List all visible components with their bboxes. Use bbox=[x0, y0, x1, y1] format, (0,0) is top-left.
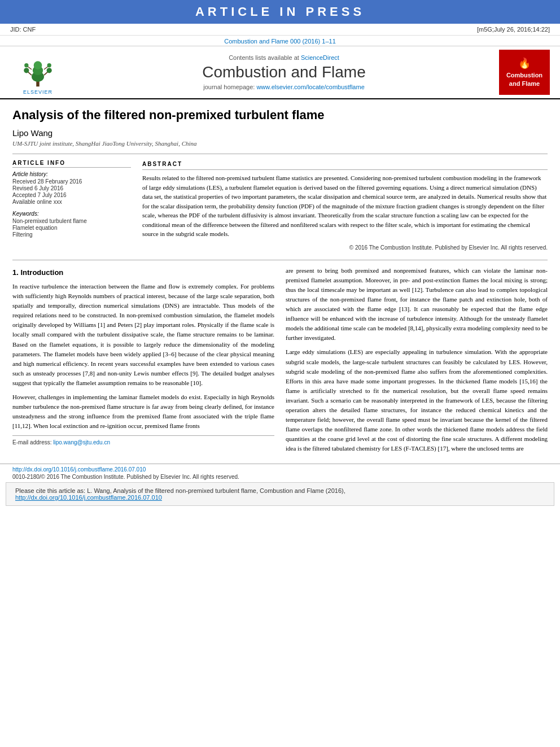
abstract-column: ABSTRACT Results related to the filtered… bbox=[142, 160, 548, 252]
journal-ref-row: Combustion and Flame 000 (2016) 1–11 bbox=[0, 36, 560, 46]
article-in-press-banner: ARTICLE IN PRESS bbox=[0, 0, 560, 24]
jid-row: JID: CNF [m5G;July 26, 2016;14:22] bbox=[0, 24, 560, 36]
article-info-abstract-section: ARTICLE INFO Article history: Received 2… bbox=[12, 154, 548, 252]
doi-link[interactable]: http://dx.doi.org/10.1016/j.combustflame… bbox=[12, 466, 146, 473]
intro-para1: In reactive turbulence the interaction b… bbox=[12, 282, 274, 388]
journal-title-center: Contents lists available at ScienceDirec… bbox=[75, 54, 493, 90]
jid-meta: [m5G;July 26, 2016;14:22] bbox=[477, 26, 550, 33]
elsevier-tree-icon bbox=[21, 57, 55, 88]
intro-para3: are present to bring both premixed and n… bbox=[286, 266, 548, 343]
available-online: Available online xxx bbox=[12, 199, 131, 205]
citation-box: Please cite this article as: L. Wang, An… bbox=[6, 482, 554, 506]
citation-prefix: Please cite this article as: L. Wang, An… bbox=[15, 487, 345, 494]
section1-heading: 1. Introduction bbox=[12, 267, 274, 278]
doi-line: http://dx.doi.org/10.1016/j.combustflame… bbox=[12, 466, 548, 473]
received-date: Received 28 February 2016 bbox=[12, 178, 131, 185]
intro-para2: However, challenges in implementing the … bbox=[12, 392, 274, 431]
keywords-label: Keywords: bbox=[12, 211, 131, 217]
svg-point-10 bbox=[24, 63, 28, 67]
body-two-column: 1. Introduction In reactive turbulence t… bbox=[12, 260, 548, 458]
accepted-date: Accepted 7 July 2016 bbox=[12, 192, 131, 198]
svg-point-6 bbox=[24, 68, 29, 73]
svg-point-7 bbox=[47, 68, 52, 73]
elsevier-wordmark: ELSEVIER bbox=[23, 89, 53, 95]
email-label: E-mail address: bbox=[12, 439, 51, 445]
main-content: Analysis of the filtered non-premixed tu… bbox=[0, 99, 560, 464]
article-info-column: ARTICLE INFO Article history: Received 2… bbox=[12, 160, 131, 252]
sciencedirect-link[interactable]: ScienceDirect bbox=[301, 54, 339, 61]
abstract-label: ABSTRACT bbox=[142, 160, 548, 171]
logo-line2: and Flame bbox=[509, 80, 540, 88]
body-left-col: 1. Introduction In reactive turbulence t… bbox=[12, 266, 274, 458]
keyword-1: Non-premixed turbulent flame bbox=[12, 218, 131, 224]
keywords-section: Keywords: Non-premixed turbulent flame F… bbox=[12, 211, 131, 238]
keyword-3: Filtering bbox=[12, 231, 131, 238]
svg-point-3 bbox=[34, 61, 42, 69]
journal-main-title: Combustion and Flame bbox=[75, 63, 493, 81]
journal-logo-box: 🔥 Combustion and Flame bbox=[499, 50, 550, 95]
jid-label: JID: CNF bbox=[10, 26, 36, 33]
history-label: Article history: bbox=[12, 171, 131, 177]
journal-header: ELSEVIER Contents lists available at Sci… bbox=[0, 46, 560, 99]
elsevier-logo: ELSEVIER bbox=[7, 50, 69, 95]
contents-line: Contents lists available at ScienceDirec… bbox=[75, 54, 493, 61]
affiliation: UM-SJTU joint institute, ShangHai JiaoTo… bbox=[12, 140, 548, 147]
page-footer: http://dx.doi.org/10.1016/j.combustflame… bbox=[0, 464, 560, 482]
author-name: Lipo Wang bbox=[12, 128, 548, 138]
revised-date: Revised 6 July 2016 bbox=[12, 185, 131, 191]
keyword-2: Flamelet equation bbox=[12, 225, 131, 231]
logo-line1: Combustion bbox=[506, 71, 542, 79]
homepage-line: journal homepage: www.elsevier.com/locat… bbox=[75, 84, 493, 90]
journal-homepage-link[interactable]: www.elsevier.com/locate/combustflame bbox=[256, 84, 364, 90]
abstract-text: Results related to the filtered non-prem… bbox=[142, 173, 548, 239]
svg-point-11 bbox=[47, 63, 51, 67]
article-title: Analysis of the filtered non-premixed tu… bbox=[12, 107, 548, 124]
flame-icon: 🔥 bbox=[518, 57, 531, 70]
article-info-label: ARTICLE INFO bbox=[12, 160, 131, 168]
intro-para4: Large eddy simulations (LES) are especia… bbox=[286, 347, 548, 453]
journal-ref-link[interactable]: Combustion and Flame 000 (2016) 1–11 bbox=[224, 38, 336, 45]
footnote-area: E-mail address: lipo.wang@sjtu.edu.cn bbox=[12, 435, 274, 447]
email-link[interactable]: lipo.wang@sjtu.edu.cn bbox=[53, 439, 110, 445]
citation-doi-link[interactable]: http://dx.doi.org/10.1016/j.combustflame… bbox=[15, 494, 162, 501]
body-right-col: are present to bring both premixed and n… bbox=[286, 266, 548, 458]
issn-line: 0010-2180/© 2016 The Combustion Institut… bbox=[12, 474, 548, 480]
copyright-line: © 2016 The Combustion Institute. Publish… bbox=[142, 243, 548, 252]
